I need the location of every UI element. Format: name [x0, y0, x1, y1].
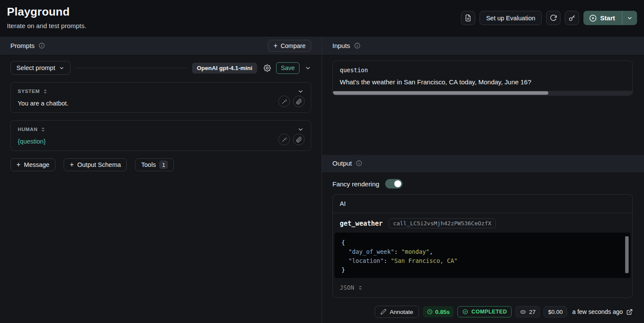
prompts-panel-title: Prompts [10, 42, 35, 49]
tool-call-id-badge[interactable]: call_LC5i2vsMjh42zPW536CeOzfX [389, 218, 496, 228]
setup-evaluation-label: Set up Evaluation [486, 15, 535, 22]
play-circle-icon [589, 14, 597, 22]
status-badge[interactable]: COMPLETED [457, 306, 512, 317]
select-prompt-dropdown[interactable]: Select prompt [10, 61, 71, 75]
latency-value: 0.85s [435, 309, 450, 315]
paperclip-icon [296, 137, 302, 143]
document-icon [464, 14, 472, 22]
cost-badge[interactable]: $0.00 [544, 306, 567, 317]
info-icon[interactable] [354, 42, 361, 49]
inputs-body: question What's the weather in San Franc… [322, 54, 644, 155]
save-button[interactable]: Save [276, 62, 299, 74]
setup-evaluation-button[interactable]: Set up Evaluation [480, 11, 542, 25]
prompt-add-row: + Message + Output Schema Tools 1 [10, 158, 311, 171]
tool-call-name: get_weather [340, 220, 383, 227]
role-selector[interactable]: HUMAN [18, 127, 46, 132]
gear-icon [264, 64, 271, 72]
start-options-button[interactable] [622, 11, 637, 25]
output-format-selector[interactable]: JSON [333, 278, 632, 297]
app-header: Playground Iterate on and test prompts. … [0, 0, 644, 37]
tools-label: Tools [141, 161, 156, 168]
role-label: SYSTEM [18, 89, 40, 94]
scrollbar-thumb[interactable] [333, 91, 548, 95]
info-icon[interactable] [356, 160, 362, 166]
improve-prompt-button[interactable] [278, 134, 290, 145]
prompt-file-button[interactable] [461, 11, 475, 25]
input-variable-value[interactable]: What's the weather in San Francisco, CA … [340, 78, 625, 86]
horizontal-scrollbar[interactable] [333, 91, 632, 95]
chevron-down-icon [305, 65, 311, 71]
cost-value: $0.00 [548, 309, 563, 315]
add-message-button[interactable]: + Message [10, 158, 55, 171]
chevrons-up-down-icon [40, 127, 46, 132]
vertical-scrollbar[interactable] [625, 235, 629, 275]
prompts-body: Select prompt OpenAI gpt-4.1-mini Save [0, 54, 322, 323]
tool-call-row: get_weather call_LC5i2vsMjh42zPW536CeOzf… [333, 213, 632, 233]
start-button[interactable]: Start [583, 11, 622, 25]
annotate-label: Annotate [390, 309, 413, 315]
magic-wand-icon [281, 137, 287, 143]
collapse-message-button[interactable] [297, 88, 304, 95]
ai-output-card: AI get_weather call_LC5i2vsMjh42zPW536Ce… [332, 194, 633, 298]
message-card-human: HUMAN {question} [10, 120, 311, 151]
external-link-icon[interactable] [626, 309, 633, 315]
prompt-more-button[interactable] [305, 65, 311, 71]
prompt-config-row: Select prompt OpenAI gpt-4.1-mini Save [10, 61, 311, 75]
format-label: JSON [340, 284, 354, 291]
message-content[interactable]: {question} [18, 138, 304, 145]
info-icon[interactable] [39, 42, 45, 49]
plus-icon: + [70, 161, 74, 168]
tools-count-badge: 1 [159, 160, 168, 169]
token-count-value: 27 [529, 309, 535, 315]
run-status-bar: Annotate 0.85s COMPLETED [332, 306, 633, 318]
tool-call-arguments-code[interactable]: { "day_of_week": "monday", "location": "… [335, 233, 631, 278]
role-selector[interactable]: SYSTEM [18, 89, 48, 94]
chevron-down-icon [297, 126, 304, 133]
refresh-icon [550, 14, 557, 22]
plus-icon: + [16, 161, 20, 168]
compare-button[interactable]: + Compare [268, 40, 311, 52]
chevrons-up-down-icon [42, 89, 48, 94]
chevron-down-icon [59, 65, 64, 71]
divider [75, 68, 187, 68]
reset-button[interactable] [546, 11, 560, 25]
message-card-system: SYSTEM You are a chatbot. [10, 82, 311, 113]
toggle-knob [394, 180, 401, 187]
select-prompt-label: Select prompt [16, 64, 55, 71]
timestamp-label: a few seconds ago [572, 308, 623, 315]
improve-prompt-button[interactable] [278, 96, 290, 107]
fancy-rendering-toggle[interactable] [385, 179, 402, 189]
check-circle-icon [462, 309, 468, 315]
model-settings-button[interactable] [261, 62, 273, 74]
add-output-schema-button[interactable]: + Output Schema [64, 158, 127, 171]
fancy-rendering-label: Fancy rendering [332, 180, 379, 188]
tools-button[interactable]: Tools 1 [135, 158, 174, 171]
clock-icon [427, 309, 433, 315]
start-button-group: Start [583, 11, 637, 25]
secrets-button[interactable] [565, 11, 579, 25]
attach-button[interactable] [293, 134, 305, 145]
collapse-message-button[interactable] [297, 126, 304, 133]
role-label: HUMAN [18, 127, 38, 132]
annotate-button[interactable]: Annotate [375, 306, 419, 318]
run-timestamp: a few seconds ago [572, 308, 633, 315]
prompts-panel: Prompts + Compare Select prompt Open [0, 37, 322, 323]
output-panel-title: Output [332, 160, 352, 167]
status-value: COMPLETED [471, 309, 507, 315]
input-variable-name: question [340, 67, 625, 74]
message-content[interactable]: You are a chatbot. [18, 100, 304, 107]
inputs-panel-title: Inputs [332, 42, 350, 49]
model-badge[interactable]: OpenAI gpt-4.1-mini [192, 63, 257, 74]
add-message-label: Message [24, 161, 49, 168]
paperclip-icon [296, 99, 302, 105]
latency-badge[interactable]: 0.85s [423, 306, 454, 317]
chevrons-up-down-icon [357, 285, 363, 291]
chevron-down-icon [627, 15, 633, 21]
attach-button[interactable] [293, 96, 305, 107]
pen-icon [380, 309, 386, 315]
scrollbar-thumb[interactable] [625, 236, 629, 273]
header-actions: Set up Evaluation Start [461, 5, 637, 32]
save-label: Save [281, 64, 295, 71]
token-count-badge[interactable]: 27 [515, 306, 540, 317]
magic-wand-icon [281, 99, 287, 105]
